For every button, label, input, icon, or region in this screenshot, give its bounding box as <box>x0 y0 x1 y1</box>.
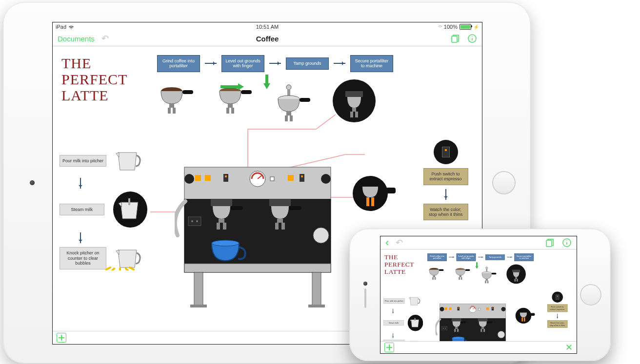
svg-rect-29 <box>128 198 130 205</box>
pitcher-detail-circle <box>408 315 423 331</box>
back-button[interactable]: ‹ <box>385 237 389 248</box>
ipad-home-button[interactable] <box>492 171 516 194</box>
undo-button[interactable]: ↶ <box>101 33 109 44</box>
left-step-1[interactable]: Pour milk into pitcher <box>383 298 404 304</box>
iphone-diagram-canvas[interactable]: THE PERFECT LATTE Grind coffee into port… <box>380 249 577 341</box>
left-step-3[interactable]: Knock pitcher on counter to clear bubble… <box>60 247 106 269</box>
svg-point-127 <box>452 337 464 339</box>
svg-rect-65 <box>546 240 552 247</box>
right-step-1[interactable]: Push switch to extract espresso <box>423 168 468 185</box>
svg-rect-52 <box>219 219 224 223</box>
undo-button[interactable]: ↶ <box>396 237 403 248</box>
svg-rect-44 <box>184 199 331 272</box>
iphone-camera <box>363 282 367 286</box>
svg-rect-75 <box>435 277 436 280</box>
svg-point-42 <box>184 174 194 184</box>
arrow-down-icon <box>445 189 446 200</box>
left-steps-column: Pour milk into pitcher Steam milk <box>60 149 147 275</box>
arrow-down-icon <box>80 178 81 189</box>
left-step-1[interactable]: Pour milk into pitcher <box>60 155 106 167</box>
svg-rect-85 <box>492 273 497 275</box>
right-step-2[interactable]: Watch the color; stop when it thins <box>423 204 468 221</box>
svg-rect-58 <box>275 223 279 230</box>
flow-step-2[interactable]: Level out grounds with finger <box>457 253 476 261</box>
battery-icon <box>460 24 471 30</box>
svg-rect-53 <box>217 223 220 230</box>
canvases-icon[interactable] <box>545 238 555 248</box>
svg-rect-119 <box>478 318 488 321</box>
svg-rect-104 <box>492 307 493 308</box>
status-carrier: iPad <box>56 24 66 30</box>
svg-rect-78 <box>465 269 470 271</box>
status-bar: iPad 10:51 AM ⌔ 100% ⚡ <box>53 22 482 31</box>
detail-grouphead-circle <box>506 265 526 284</box>
svg-point-126 <box>445 328 446 329</box>
info-icon[interactable] <box>562 238 572 248</box>
svg-rect-41 <box>301 175 303 177</box>
add-shape-button[interactable] <box>384 343 394 352</box>
svg-rect-117 <box>457 329 459 332</box>
flow-step-1[interactable]: Grind coffee into portafilter <box>427 253 447 261</box>
document-title: Coffee <box>256 35 279 43</box>
svg-rect-54 <box>223 223 226 230</box>
pitcher-detail-circle <box>113 192 147 228</box>
svg-rect-94 <box>524 318 525 322</box>
iphone-device-frame: ‹ ↶ THE PERFECT LATTE <box>349 229 611 361</box>
iphone-home-button[interactable] <box>580 284 601 306</box>
arrow-down-icon <box>80 232 81 243</box>
svg-rect-34 <box>205 175 211 181</box>
svg-rect-121 <box>480 329 482 332</box>
pitcher-icon <box>115 149 142 173</box>
add-shape-button[interactable] <box>57 333 66 343</box>
canvases-icon[interactable] <box>451 34 460 43</box>
detail-portafilter-circle <box>516 308 531 324</box>
portafilter-level <box>454 267 470 280</box>
svg-rect-59 <box>281 223 285 230</box>
pitcher-icon <box>409 296 421 307</box>
iphone-speaker <box>363 282 367 308</box>
svg-rect-120 <box>481 327 484 329</box>
svg-point-125 <box>443 328 444 329</box>
svg-rect-80 <box>461 277 462 280</box>
documents-button[interactable]: Documents <box>58 35 95 43</box>
bluetooth-icon: ⌔ <box>439 24 442 30</box>
close-button[interactable]: ✕ <box>565 342 573 353</box>
svg-rect-60 <box>289 206 301 210</box>
svg-rect-123 <box>487 322 493 324</box>
svg-rect-56 <box>269 199 291 206</box>
svg-rect-82 <box>486 269 487 272</box>
portafilter-grind <box>427 267 443 280</box>
wifi-icon <box>68 25 74 29</box>
flow-step-4[interactable]: Secure portafilter to machine <box>515 253 534 261</box>
svg-rect-92 <box>415 318 416 321</box>
right-steps-column: Push switch to extract espresso Watch th… <box>415 140 476 220</box>
left-step-2[interactable]: Steam milk <box>383 320 403 326</box>
svg-rect-124 <box>441 326 447 330</box>
arrow-right-icon <box>449 257 454 257</box>
arrow-down-icon <box>393 333 393 338</box>
iphone-bottom-bar: ✕ <box>380 341 577 353</box>
arrow-right-icon <box>478 257 483 257</box>
svg-rect-88 <box>512 269 520 272</box>
svg-rect-84 <box>486 279 488 281</box>
arrow-down-icon <box>393 309 393 314</box>
right-step-2[interactable]: Watch the color; stop when it thins <box>547 320 567 328</box>
svg-rect-55 <box>230 206 243 210</box>
svg-rect-72 <box>433 275 436 277</box>
espresso-machine <box>175 162 340 313</box>
info-icon[interactable] <box>467 34 477 43</box>
diagram-title-line3: LATTE <box>384 268 414 275</box>
right-step-1[interactable]: Push switch to extract espresso <box>547 305 567 312</box>
svg-point-62 <box>191 220 193 222</box>
detail-switch-circle <box>434 140 458 164</box>
left-step-2[interactable]: Steam milk <box>60 204 104 215</box>
svg-rect-93 <box>521 318 523 322</box>
svg-rect-61 <box>188 217 201 226</box>
espresso-machine <box>436 302 510 341</box>
svg-rect-74 <box>432 277 434 280</box>
svg-rect-40 <box>300 174 304 182</box>
diagram-title: THE PERFECT LATTE <box>384 253 414 275</box>
left-step-3[interactable]: Knock pitcher on counter to clear bubble… <box>383 340 404 341</box>
svg-rect-96 <box>444 307 447 310</box>
flow-step-3[interactable]: Tamp grounds <box>485 254 505 260</box>
